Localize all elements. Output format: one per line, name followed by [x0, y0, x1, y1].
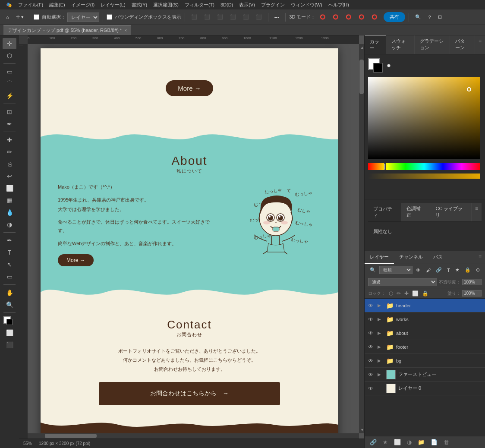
hue-slider[interactable]	[368, 163, 480, 170]
3d-slide-button[interactable]: ⭕	[369, 13, 380, 21]
align-left-button[interactable]: ⬛	[189, 13, 200, 21]
3d-rotate-button[interactable]: ⭕	[317, 13, 328, 21]
menu-filter[interactable]: フィルター(T)	[182, 1, 217, 9]
layer-item-firstview[interactable]: 👁 ▶ ファーストビュー	[365, 368, 485, 382]
layer-eye-bg[interactable]: 👁	[368, 358, 375, 364]
layer-arrow-about[interactable]: ▶	[378, 331, 384, 335]
shape-tool-icon[interactable]: ▭	[3, 271, 16, 282]
align-top-button[interactable]: ⬛	[227, 13, 239, 21]
screen-mode-icon[interactable]: ⬛	[3, 339, 16, 350]
home-button[interactable]: ⌂	[3, 13, 12, 21]
magic-wand-icon[interactable]: ⚡	[3, 90, 16, 101]
layer-eye-works[interactable]: 👁	[368, 316, 375, 322]
layer-visibility-icon[interactable]: 👁	[414, 267, 422, 274]
lock-image-icon[interactable]: ✏	[397, 290, 401, 297]
lock-transparent-icon[interactable]: ⬡	[389, 290, 393, 297]
path-select-icon[interactable]: ↖	[3, 259, 16, 270]
vertical-scrollbar[interactable]: ▲ ▼	[359, 44, 364, 433]
add-style-button[interactable]: ★	[381, 438, 390, 446]
fg-bg-swatches[interactable]	[368, 58, 384, 73]
color-panel-menu[interactable]: ≡	[475, 35, 485, 54]
layer-item-footer[interactable]: 👁 ▶ 📁 footer	[365, 340, 485, 354]
gradient-tool-icon[interactable]: ▦	[3, 195, 16, 206]
share-button[interactable]: 共有	[384, 12, 405, 22]
lock-position-icon[interactable]: ✚	[404, 290, 409, 297]
more-options-button[interactable]: •••	[272, 13, 282, 21]
swatch-tab[interactable]: スウォッチ	[386, 35, 415, 54]
color-correction-tab[interactable]: 色調補正	[401, 203, 430, 221]
layer-item-works[interactable]: 👁 ▶ 📁 works	[365, 312, 485, 326]
fill-input[interactable]	[462, 290, 482, 297]
layer-brush-icon[interactable]: 🖌	[424, 267, 432, 274]
menu-plugins[interactable]: プラグイン	[258, 1, 287, 9]
layer-select[interactable]: レイヤー	[67, 13, 99, 22]
layer-eye-header[interactable]: 👁	[368, 303, 375, 309]
3d-pan-button[interactable]: ⭕	[330, 13, 341, 21]
layer-item-bg[interactable]: 👁 ▶ 📁 bg	[365, 354, 485, 368]
link-layers-button[interactable]: 🔗	[368, 438, 378, 446]
align-bottom-button[interactable]: ⬛	[253, 13, 265, 21]
layer-item-header[interactable]: 👁 ▶ 📁 header	[365, 299, 485, 312]
menu-help[interactable]: ヘルプ(H)	[326, 1, 352, 9]
document-tab[interactable]: デザインカンプトップ.pdf @ 55% (header, RGB/8#) * …	[3, 25, 131, 35]
more-button-1[interactable]: More →	[166, 80, 213, 96]
layer-arrow-footer[interactable]: ▶	[378, 344, 384, 349]
horizontal-scrollbar-thumb[interactable]	[45, 434, 97, 438]
heal-tool-icon[interactable]: ✚	[3, 134, 16, 145]
horizontal-scrollbar[interactable]	[28, 433, 359, 439]
layer-eye-layer0[interactable]: 👁	[368, 385, 375, 391]
auto-select-checkbox[interactable]	[34, 14, 39, 20]
align-right-button[interactable]: ⬛	[214, 13, 226, 21]
canvas-viewport[interactable]: More → About 私について	[28, 44, 359, 433]
more-button-2[interactable]: More →	[58, 254, 94, 266]
scroll-up-arrow[interactable]: ▲	[359, 44, 364, 51]
search-button[interactable]: 🔍	[413, 13, 424, 21]
pattern-tab[interactable]: パターン	[450, 35, 475, 54]
layers-tab[interactable]: レイヤー	[365, 251, 394, 264]
add-layer-button[interactable]: 📄	[429, 438, 439, 446]
crop-tool-icon[interactable]: ⊡	[3, 106, 16, 117]
add-mask-button[interactable]: ⬜	[392, 438, 403, 446]
scroll-down-arrow[interactable]: ▼	[359, 426, 364, 433]
menu-window[interactable]: ウィンドウ(W)	[288, 1, 325, 9]
layer-eye-about[interactable]: 👁	[368, 330, 375, 336]
marquee-tool-icon[interactable]: ▭	[3, 66, 16, 77]
dodge-tool-icon[interactable]: ◑	[3, 219, 16, 230]
artboard-tool-icon[interactable]: ⬡	[3, 50, 16, 61]
lock-artboard-icon[interactable]: ⬜	[412, 290, 419, 297]
alpha-slider[interactable]	[368, 174, 480, 179]
contact-button[interactable]: お問合わせはこちらから →	[99, 382, 280, 405]
properties-tab[interactable]: プロパティ	[368, 203, 401, 221]
lasso-tool-icon[interactable]: ⌒	[3, 78, 16, 89]
lock-all-icon[interactable]: 🔒	[422, 290, 428, 297]
search-icon[interactable]: 🔍	[368, 266, 378, 274]
layer-arrow-bg[interactable]: ▶	[378, 358, 384, 363]
color-gradient-picker[interactable]	[368, 77, 480, 159]
eyedropper-tool-icon[interactable]: ✒	[3, 118, 16, 129]
layer-item-layer0[interactable]: 👁 ▶ レイヤー 0	[365, 382, 485, 395]
layer-eye-footer[interactable]: 👁	[368, 344, 375, 350]
history-tool-icon[interactable]: ↩	[3, 170, 16, 182]
properties-panel-menu[interactable]: ≡	[472, 203, 482, 221]
menu-edit[interactable]: 編集(E)	[47, 1, 68, 9]
workspace-button[interactable]: ⊞	[435, 13, 444, 21]
menu-layer[interactable]: レイヤー(L)	[98, 1, 128, 9]
layer-arrow-header[interactable]: ▶	[378, 303, 384, 308]
channels-tab[interactable]: チャンネル	[394, 251, 428, 264]
align-middle-button[interactable]: ⬛	[240, 13, 252, 21]
layer-item-about[interactable]: 👁 ▶ 📁 about	[365, 326, 485, 340]
bounding-box-checkbox[interactable]	[107, 14, 112, 20]
scrollbar-thumb[interactable]	[359, 60, 364, 94]
cc-library-tab[interactable]: CC ライブラリ	[430, 203, 472, 221]
hand-tool-icon[interactable]: ✋	[3, 287, 16, 298]
layer-text-icon[interactable]: T	[445, 267, 452, 274]
menu-image[interactable]: イメージ(I)	[69, 1, 97, 9]
align-center-button[interactable]: ⬛	[202, 13, 213, 21]
quick-mask-icon[interactable]: ⬜	[3, 327, 16, 338]
layer-arrow-firstview[interactable]: ▶	[378, 372, 384, 377]
zoom-tool-icon[interactable]: 🔍	[3, 299, 16, 310]
3d-roll-button[interactable]: ⭕	[343, 13, 354, 21]
menu-photoshop[interactable]: 🎭	[3, 1, 15, 9]
pen-tool-icon[interactable]: ✒	[3, 235, 16, 246]
background-swatch[interactable]	[373, 63, 383, 73]
